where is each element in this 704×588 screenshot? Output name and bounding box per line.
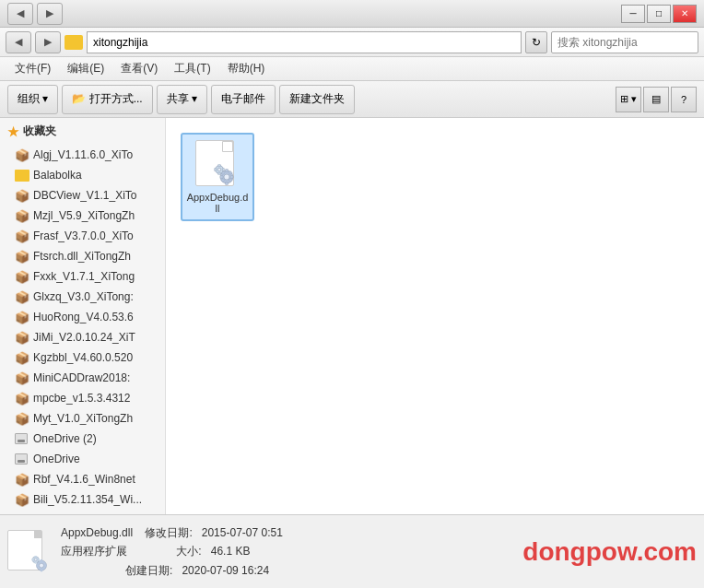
sidebar-item-onedrive2[interactable]: OneDrive (2): [0, 429, 165, 449]
svg-point-13: [217, 168, 221, 171]
status-filename: AppxDebug.dll: [61, 526, 133, 539]
sidebar-item-icon: 📦: [15, 250, 29, 263]
sidebar-item-onedrive[interactable]: OneDrive: [0, 449, 165, 469]
main-area: ★ 收藏夹 📦Algj_V1.11.6.0_XiToBalabolka📦DBCV…: [0, 118, 704, 514]
sidebar-item-jimi[interactable]: 📦JiMi_V2.0.10.24_XiT: [0, 327, 165, 347]
sidebar-item-bili[interactable]: 📦Bili_V5.2.11.354_Wi...: [0, 489, 165, 510]
sidebar-item-dbcview[interactable]: 📦DBCView_V1.1_XiTo: [0, 185, 165, 206]
status-created-row: 创建日期: 2020-07-09 16:24: [61, 561, 513, 580]
email-button[interactable]: 电子邮件: [211, 85, 276, 114]
status-type: 应用程序扩展: [61, 545, 127, 558]
sidebar-item-icon: 📦: [15, 412, 29, 425]
view-toggle-button[interactable]: ⊞ ▾: [616, 87, 641, 112]
svg-rect-15: [218, 173, 221, 175]
sidebar-item-label: Glxzq_V3.0_XiTong:: [33, 290, 134, 303]
help-button[interactable]: ?: [671, 87, 697, 112]
sidebar-items: 📦Algj_V1.11.6.0_XiToBalabolka📦DBCView_V1…: [0, 145, 165, 510]
search-input[interactable]: [552, 36, 698, 49]
svg-rect-4: [226, 170, 229, 172]
svg-rect-16: [215, 169, 217, 171]
svg-rect-28: [31, 559, 33, 560]
svg-rect-5: [226, 182, 229, 185]
address-input[interactable]: [87, 31, 522, 53]
sidebar-item-rbf[interactable]: 📦Rbf_V4.1.6_Win8net: [0, 469, 165, 489]
sidebar-item-mzjl[interactable]: 📦Mzjl_V5.9_XiTongZh: [0, 206, 165, 226]
sidebar-item-myt[interactable]: 📦Myt_V1.0_XiTongZh: [0, 408, 165, 429]
status-modified-date: 2015-07-07 0:51: [202, 526, 283, 539]
sidebar-item-icon: 📦: [15, 493, 29, 506]
status-filename-row: AppxDebug.dll 修改日期: 2015-07-07 0:51: [61, 523, 513, 542]
svg-rect-1: [66, 37, 73, 41]
sidebar-item-frasf[interactable]: 📦Frasf_V3.7.0.0_XiTo: [0, 226, 165, 246]
sidebar-item-ftsrch[interactable]: 📦Ftsrch.dll_XiTongZh: [0, 246, 165, 266]
menu-view[interactable]: 查看(V): [113, 58, 165, 79]
sidebar-item-icon: 📦: [15, 209, 29, 222]
svg-point-25: [34, 558, 37, 560]
sidebar-item-label: JiMi_V2.0.10.24_XiT: [33, 331, 135, 344]
sidebar-item-label: Mzjl_V5.9_XiTongZh: [33, 209, 135, 222]
forward-button[interactable]: ▶: [37, 3, 63, 25]
sidebar-item-glxzq[interactable]: 📦Glxzq_V3.0_XiTong:: [0, 287, 165, 307]
svg-rect-26: [35, 555, 37, 557]
svg-rect-21: [41, 569, 42, 570]
window-controls: ─ □ ✕: [621, 5, 697, 23]
sidebar-item-balabolka[interactable]: Balabolka: [0, 165, 165, 185]
organize-button[interactable]: 组织 ▾: [7, 85, 58, 114]
sidebar-item-label: Fxxk_V1.7.1_XiTong: [33, 270, 135, 283]
sidebar-item-icon: 📦: [15, 290, 29, 303]
favorites-label: 收藏夹: [23, 123, 56, 139]
title-bar-left: ◀ ▶: [7, 3, 63, 25]
sidebar-item-label: MiniCADDraw2018:: [33, 371, 130, 384]
nav-back-button[interactable]: ◀: [6, 31, 31, 53]
menu-edit[interactable]: 编辑(E): [60, 58, 111, 79]
menu-file[interactable]: 文件(F): [7, 58, 58, 79]
refresh-button[interactable]: ↻: [525, 31, 547, 53]
back-button[interactable]: ◀: [7, 3, 33, 25]
sidebar-item-label: HuoRong_V4.0.53.6: [33, 311, 134, 323]
sidebar-item-icon: [15, 169, 29, 182]
file-item-appxdebug[interactable]: AppxDebug.dll: [181, 133, 254, 221]
sidebar-item-algj[interactable]: 📦Algj_V1.11.6.0_XiTo: [0, 145, 165, 165]
sidebar-item-label: OneDrive (2): [33, 432, 97, 445]
sidebar-item-label: Ftsrch.dll_XiTongZh: [33, 250, 131, 263]
sidebar-item-icon: [15, 453, 29, 465]
status-created-date: 2020-07-09 16:24: [182, 564, 269, 577]
minimize-button[interactable]: ─: [621, 5, 645, 23]
sidebar-item-label: Algj_V1.11.6.0_XiTo: [33, 148, 133, 161]
status-type-row: 应用程序扩展 大小: 46.1 KB: [61, 542, 513, 560]
sidebar-item-huorong[interactable]: 📦HuoRong_V4.0.53.6: [0, 307, 165, 327]
svg-rect-27: [35, 562, 37, 564]
menu-tools[interactable]: 工具(T): [167, 58, 217, 79]
share-button[interactable]: 共享 ▾: [157, 85, 207, 114]
sidebar-item-label: Myt_V1.0_XiTongZh: [33, 412, 133, 425]
svg-rect-29: [38, 559, 40, 560]
sidebar-item-icon: 📦: [15, 392, 29, 405]
sidebar-item-icon: 📦: [15, 351, 29, 364]
sidebar-item-minicad[interactable]: 📦MiniCADDraw2018:: [0, 368, 165, 388]
preview-toggle-button[interactable]: ▤: [643, 87, 669, 112]
menu-help[interactable]: 帮助(H): [220, 58, 273, 79]
svg-rect-20: [41, 559, 42, 560]
svg-rect-7: [230, 176, 233, 179]
open-button[interactable]: 📂 打开方式...: [62, 85, 152, 114]
content-area: AppxDebug.dll: [166, 118, 704, 514]
sidebar-item-kgzbbl[interactable]: 📦Kgzbbl_V4.60.0.520: [0, 347, 165, 368]
status-size-label: 大小:: [176, 545, 201, 558]
svg-rect-23: [44, 564, 46, 566]
status-modified-label: 修改日期:: [145, 526, 192, 539]
search-box: 🔍: [551, 31, 698, 53]
new-folder-button[interactable]: 新建文件夹: [279, 85, 355, 114]
sidebar-item-mpcbe[interactable]: 📦mpcbe_v1.5.3.4312: [0, 388, 165, 408]
status-info: AppxDebug.dll 修改日期: 2015-07-07 0:51 应用程序…: [61, 523, 513, 580]
nav-forward-button[interactable]: ▶: [35, 31, 61, 53]
view-controls: ⊞ ▾ ▤ ?: [616, 87, 697, 112]
close-button[interactable]: ✕: [673, 5, 697, 23]
svg-point-19: [40, 563, 44, 568]
star-icon: ★: [7, 124, 19, 139]
sidebar-item-icon: 📦: [15, 229, 29, 242]
watermark: dongpow.com: [522, 537, 697, 567]
sidebar-item-fxxk[interactable]: 📦Fxxk_V1.7.1_XiTong: [0, 266, 165, 287]
maximize-button[interactable]: □: [647, 5, 671, 23]
sidebar-item-label: mpcbe_v1.5.3.4312: [33, 392, 130, 405]
sidebar-item-icon: 📦: [15, 311, 29, 323]
